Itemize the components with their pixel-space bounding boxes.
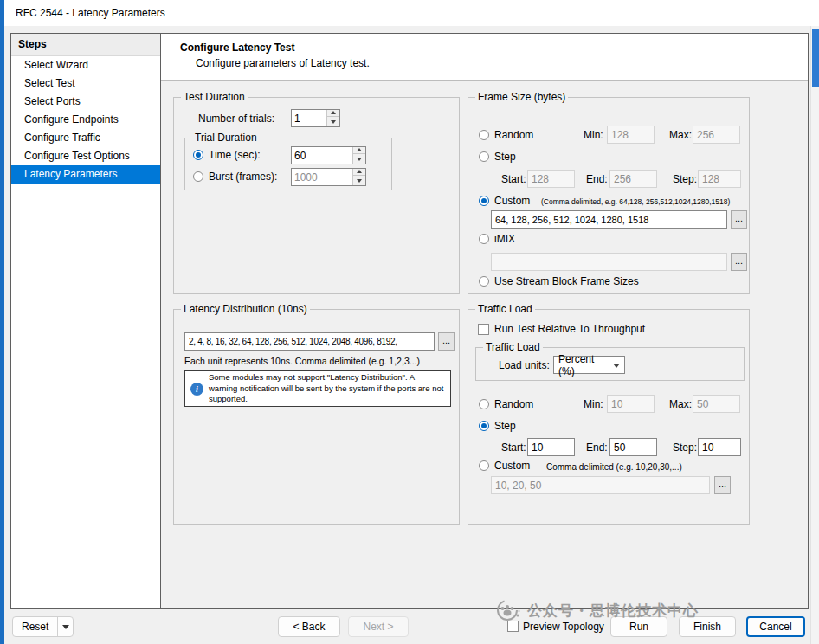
frame-end-input[interactable] bbox=[609, 170, 657, 188]
wizard-frame: Steps Select Wizard Select Test Select P… bbox=[10, 33, 809, 609]
latency-distribution-group: Latency Distribution (10ns) ... Each uni… bbox=[173, 309, 460, 525]
load-end-input[interactable] bbox=[609, 438, 657, 456]
watermark-text: 公众号・思博伦技术中心 bbox=[527, 601, 699, 621]
burst-input[interactable] bbox=[292, 169, 352, 185]
load-min-input[interactable] bbox=[607, 395, 655, 413]
window-accent-strip bbox=[0, 0, 4, 644]
load-stepsize-label: Step: bbox=[673, 441, 697, 454]
frame-max-label: Max: bbox=[669, 129, 692, 141]
test-duration-group-title: Test Duration bbox=[181, 91, 248, 103]
traffic-load-group-title: Traffic Load bbox=[475, 303, 535, 315]
frame-custom-hint: (Comma delimited, e.g. 64,128, 256,512,1… bbox=[541, 197, 730, 206]
burst-spinner bbox=[291, 168, 366, 186]
frame-stepsize-label: Step: bbox=[673, 173, 697, 185]
sidebar-item-configure-traffic[interactable]: Configure Traffic bbox=[11, 129, 160, 147]
load-custom-hint: Comma delimited (e.g. 10,20,30,...) bbox=[546, 462, 682, 472]
load-units-value: Percent (%) bbox=[558, 353, 613, 377]
latency-distribution-group-title: Latency Distribution (10ns) bbox=[181, 303, 310, 315]
number-of-trials-spinner bbox=[291, 109, 340, 127]
frame-streamblock-label: Use Stream Block Frame Sizes bbox=[494, 275, 639, 287]
spin-up-icon[interactable] bbox=[327, 110, 339, 117]
frame-max-input[interactable] bbox=[693, 126, 740, 144]
load-max-label: Max: bbox=[669, 398, 692, 410]
spin-up-icon[interactable] bbox=[353, 169, 365, 176]
sidebar-item-select-wizard[interactable]: Select Wizard bbox=[11, 56, 160, 74]
frame-min-label: Min: bbox=[584, 129, 603, 141]
frame-imix-radio[interactable] bbox=[479, 234, 489, 244]
paw-logo-icon bbox=[495, 597, 521, 623]
sidebar-item-select-test[interactable]: Select Test bbox=[11, 74, 160, 93]
spin-down-icon[interactable] bbox=[327, 117, 339, 126]
latency-warning-box: Some modules may not support "Latency Di… bbox=[184, 370, 451, 407]
sidebar-item-configure-test-options[interactable]: Configure Test Options bbox=[11, 147, 160, 165]
frame-streamblock-radio[interactable] bbox=[479, 276, 489, 287]
time-spinner bbox=[291, 146, 366, 164]
cancel-button[interactable]: Cancel bbox=[746, 616, 805, 637]
load-start-input[interactable] bbox=[527, 438, 575, 456]
traffic-load-inner-group: Traffic Load Load units: Percent (%) bbox=[475, 347, 745, 381]
frame-custom-radio[interactable] bbox=[479, 196, 489, 206]
traffic-load-inner-title: Traffic Load bbox=[483, 341, 543, 353]
spin-down-icon[interactable] bbox=[353, 154, 365, 164]
rfc2544-wizard-window: RFC 2544 - Latency Parameters Steps Sele… bbox=[0, 0, 819, 644]
time-radio[interactable] bbox=[193, 150, 203, 160]
load-stepsize-input[interactable] bbox=[698, 438, 741, 456]
number-of-trials-label: Number of trials: bbox=[198, 113, 274, 125]
frame-step-radio[interactable] bbox=[479, 151, 489, 162]
time-input[interactable] bbox=[292, 147, 352, 164]
burst-label: Burst (frames): bbox=[209, 171, 277, 183]
frame-end-label: End: bbox=[586, 173, 608, 185]
frame-custom-input[interactable] bbox=[491, 210, 727, 229]
frame-imix-browse-button[interactable]: ... bbox=[731, 253, 747, 271]
load-step-label: Step bbox=[494, 420, 516, 432]
number-of-trials-input[interactable] bbox=[292, 110, 326, 126]
steps-header: Steps bbox=[11, 34, 160, 56]
back-button[interactable]: < Back bbox=[278, 616, 340, 637]
latency-warning-text: Some modules may not support "Latency Di… bbox=[209, 372, 445, 405]
frame-random-label: Random bbox=[494, 129, 533, 141]
frame-stepsize-input[interactable] bbox=[698, 170, 741, 188]
latency-distribution-browse-button[interactable]: ... bbox=[438, 332, 455, 351]
trial-duration-group: Trial Duration Time (sec): Burst (frames… bbox=[184, 138, 392, 190]
sidebar-item-configure-endpoints[interactable]: Configure Endpoints bbox=[11, 111, 160, 129]
spin-down-icon[interactable] bbox=[353, 176, 365, 185]
vertical-scrollbar[interactable] bbox=[810, 26, 819, 644]
main-panel: Configure Latency Test Configure paramet… bbox=[161, 34, 808, 608]
load-step-radio[interactable] bbox=[479, 421, 489, 431]
load-start-label: Start: bbox=[501, 441, 526, 454]
page-header: Configure Latency Test Configure paramet… bbox=[161, 34, 808, 80]
frame-imix-label: iMIX bbox=[494, 233, 515, 245]
load-random-radio[interactable] bbox=[479, 399, 489, 409]
scrollbar-thumb[interactable] bbox=[812, 29, 819, 87]
relative-throughput-checkbox[interactable] bbox=[478, 324, 489, 335]
load-custom-browse-button[interactable]: ... bbox=[714, 476, 731, 494]
load-custom-label: Custom bbox=[494, 460, 530, 472]
latency-distribution-hint: Each unit represents 10ns. Comma delimit… bbox=[184, 356, 420, 366]
frame-min-input[interactable] bbox=[607, 126, 655, 144]
frame-custom-browse-button[interactable]: ... bbox=[731, 210, 747, 229]
load-max-input[interactable] bbox=[693, 395, 740, 413]
load-units-label: Load units: bbox=[499, 359, 550, 371]
trial-duration-group-title: Trial Duration bbox=[192, 132, 260, 144]
page-subtitle: Configure parameters of Latency test. bbox=[196, 57, 370, 69]
load-units-dropdown[interactable]: Percent (%) bbox=[553, 356, 625, 374]
reset-button[interactable]: Reset bbox=[13, 617, 57, 636]
frame-imix-input[interactable] bbox=[491, 253, 727, 271]
burst-radio[interactable] bbox=[193, 171, 203, 182]
frame-start-label: Start: bbox=[501, 173, 526, 185]
load-custom-radio[interactable] bbox=[479, 460, 489, 471]
frame-start-input[interactable] bbox=[527, 170, 575, 188]
relative-throughput-label: Run Test Relative To Throughput bbox=[494, 323, 645, 335]
frame-random-radio[interactable] bbox=[479, 130, 489, 140]
spin-up-icon[interactable] bbox=[353, 147, 365, 154]
time-label: Time (sec): bbox=[209, 149, 261, 161]
load-end-label: End: bbox=[586, 441, 608, 454]
sidebar-item-latency-parameters[interactable]: Latency Parameters bbox=[11, 165, 160, 184]
load-custom-input[interactable] bbox=[491, 476, 710, 494]
chevron-down-icon bbox=[613, 364, 620, 371]
frame-step-label: Step bbox=[494, 151, 516, 163]
latency-distribution-input[interactable] bbox=[184, 332, 435, 351]
next-button[interactable]: Next > bbox=[348, 616, 409, 637]
reset-dropdown-icon[interactable] bbox=[57, 617, 73, 636]
sidebar-item-select-ports[interactable]: Select Ports bbox=[11, 93, 160, 111]
